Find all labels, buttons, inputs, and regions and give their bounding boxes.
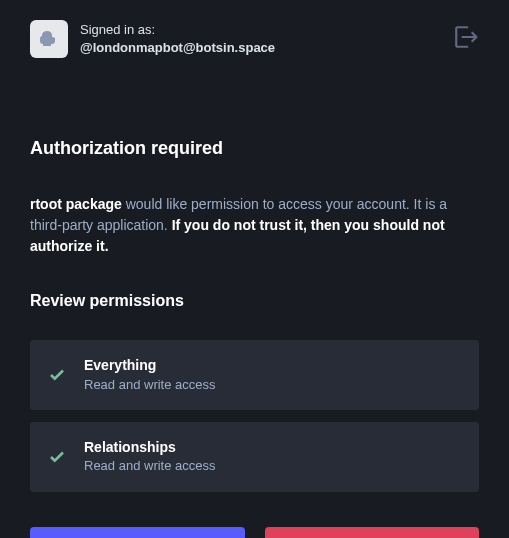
username: @londonmapbot@botsin.space — [80, 39, 275, 57]
permission-desc: Read and write access — [84, 457, 216, 475]
auth-required-title: Authorization required — [30, 138, 479, 159]
signout-icon[interactable] — [453, 24, 479, 54]
permission-text: Relationships Read and write access — [84, 438, 216, 476]
permission-name: Relationships — [84, 438, 216, 458]
authorize-button[interactable]: AUTHORIZE — [30, 527, 245, 538]
permission-name: Everything — [84, 356, 216, 376]
action-buttons: AUTHORIZE DENY — [30, 527, 479, 538]
permission-desc: Read and write access — [84, 376, 216, 394]
main-content: Authorization required rtoot package wou… — [0, 138, 509, 538]
user-info: Signed in as: @londonmapbot@botsin.space — [30, 20, 275, 58]
check-icon — [48, 448, 66, 466]
auth-description: rtoot package would like permission to a… — [30, 194, 479, 257]
deny-button[interactable]: DENY — [265, 527, 480, 538]
user-text: Signed in as: @londonmapbot@botsin.space — [80, 21, 275, 57]
permission-item: Relationships Read and write access — [30, 422, 479, 492]
permission-text: Everything Read and write access — [84, 356, 216, 394]
check-icon — [48, 366, 66, 384]
header: Signed in as: @londonmapbot@botsin.space — [0, 0, 509, 78]
permission-item: Everything Read and write access — [30, 340, 479, 410]
avatar — [30, 20, 68, 58]
elephant-icon — [37, 27, 61, 51]
app-name: rtoot package — [30, 196, 122, 212]
signed-in-label: Signed in as: — [80, 21, 275, 39]
review-permissions-title: Review permissions — [30, 292, 479, 310]
